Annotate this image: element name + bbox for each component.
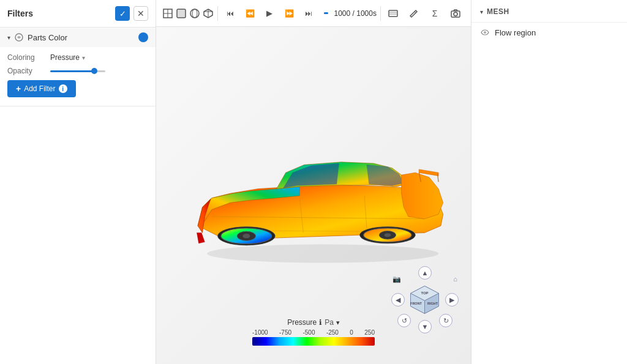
pen-icon	[408, 8, 419, 19]
parts-color-header[interactable]: ▾ Parts Color	[0, 28, 156, 47]
nav-up-button[interactable]: ▲	[418, 266, 432, 280]
add-filter-button[interactable]: + Add Filter i	[7, 80, 76, 97]
svg-point-15	[454, 12, 457, 16]
mesh-panel: ▾ MESH Flow region	[471, 0, 627, 364]
confirm-filters-button[interactable]: ✓	[115, 6, 130, 21]
prev-icon: ⏪	[246, 9, 255, 18]
coloring-row: Coloring Pressure ▾	[7, 53, 148, 62]
playback-controls: ⏮ ⏪ ▶ ⏩ ⏭	[221, 4, 318, 23]
orientation-widget: ▲ ▼ ◀ ▶ ↺ ↻ TOP RIGHT FRONT 📷 ⌂	[391, 266, 459, 333]
parts-color-section: ▾ Parts Color Coloring Pressure ▾ Opacit…	[0, 28, 156, 106]
toolbar: ⏮ ⏪ ▶ ⏩ ⏭ 1000 / 1000s	[156, 0, 471, 27]
close-filters-button[interactable]: ✕	[133, 6, 148, 21]
nav-down-button[interactable]: ▼	[418, 320, 432, 333]
tick-250-pos: 250	[364, 329, 375, 336]
3d-button[interactable]	[203, 4, 214, 23]
flow-region-item[interactable]: Flow region	[471, 23, 627, 42]
tick-250: -250	[326, 329, 339, 336]
palette-button[interactable]	[384, 4, 402, 23]
pressure-unit: Pa	[325, 318, 334, 327]
svg-point-23	[242, 233, 250, 238]
tick-500: -500	[302, 329, 315, 336]
info-icon: i	[59, 84, 67, 93]
play-button[interactable]: ▶	[260, 4, 279, 23]
skip-start-button[interactable]: ⏮	[221, 4, 239, 23]
play-icon: ▶	[266, 9, 272, 18]
tick-1000: -1000	[252, 329, 268, 336]
opacity-row: Opacity	[7, 67, 148, 75]
next-icon: ⏩	[285, 9, 294, 18]
time-slider[interactable]	[324, 12, 328, 14]
toolbar-right-icons: Σ	[384, 4, 465, 23]
sphere-button[interactable]	[189, 4, 200, 23]
parts-color-label: Parts Color	[28, 33, 67, 42]
sigma-icon: Σ	[432, 9, 438, 18]
skip-start-icon: ⏮	[227, 9, 234, 18]
svg-point-6	[192, 9, 197, 18]
filters-header: Filters ✓ ✕	[0, 0, 156, 28]
parts-color-toggle[interactable]	[138, 32, 148, 42]
sigma-button[interactable]: Σ	[426, 4, 444, 23]
svg-point-27	[385, 233, 391, 237]
unit-dropdown[interactable]: ▾	[336, 319, 340, 327]
svg-point-30	[207, 244, 438, 262]
surface-view-button[interactable]	[176, 4, 187, 23]
svg-rect-4	[177, 9, 186, 18]
next-frame-button[interactable]: ⏩	[280, 4, 298, 23]
close-icon: ✕	[137, 9, 145, 18]
tick-750: -750	[279, 329, 291, 336]
svg-point-5	[190, 9, 199, 18]
chevron-down-icon: ▾	[82, 54, 85, 61]
plus-icon: +	[16, 84, 21, 94]
check-icon: ✓	[119, 9, 126, 18]
coloring-label: Coloring	[7, 53, 50, 62]
viewport[interactable]: Pressure ℹ Pa ▾ -1000 -750 -500 -250 0 2…	[156, 27, 471, 364]
tick-0: 0	[350, 329, 353, 336]
filters-title: Filters	[7, 9, 33, 18]
opacity-slider-container	[50, 70, 148, 72]
time-label: 1000 / 1000s	[334, 9, 377, 18]
filters-header-actions: ✓ ✕	[115, 6, 148, 21]
mesh-header: ▾ MESH	[471, 0, 627, 23]
camera-mode-icon: 📷	[392, 275, 401, 283]
color-bar-label: Pressure ℹ Pa ▾	[287, 318, 340, 327]
color-bar-ticks: -1000 -750 -500 -250 0 250	[252, 329, 375, 336]
skip-end-button[interactable]: ⏭	[299, 4, 318, 23]
screenshot-button[interactable]	[446, 4, 465, 23]
time-slider-fill	[324, 12, 328, 14]
mesh-icon	[162, 8, 173, 19]
svg-text:RIGHT: RIGHT	[427, 302, 438, 305]
chevron-down-icon: ▾	[7, 34, 10, 41]
parts-color-body: Coloring Pressure ▾ Opacity + Add Filter…	[0, 47, 156, 106]
pressure-label: Pressure	[287, 318, 317, 327]
surface-icon	[176, 8, 187, 19]
parts-color-icon	[14, 32, 24, 42]
annotation-button[interactable]	[405, 4, 423, 23]
prev-frame-button[interactable]: ⏪	[241, 4, 259, 23]
3d-cube-icon	[203, 8, 214, 19]
nav-left-button[interactable]: ◀	[391, 293, 405, 306]
svg-rect-10	[389, 10, 397, 17]
home-icon[interactable]: ⌂	[453, 275, 457, 283]
opacity-label: Opacity	[7, 67, 50, 75]
svg-text:FRONT: FRONT	[410, 302, 422, 305]
sphere-icon	[189, 8, 200, 19]
mesh-view-button[interactable]	[162, 4, 173, 23]
palette-icon	[388, 8, 399, 19]
orientation-cube-svg: TOP RIGHT FRONT	[408, 283, 442, 317]
info-icon[interactable]: ℹ	[319, 318, 322, 327]
color-bar	[252, 337, 375, 346]
color-bar-container: Pressure ℹ Pa ▾ -1000 -750 -500 -250 0 2…	[252, 318, 375, 346]
camera-icon	[450, 8, 461, 19]
add-filter-label: Add Filter	[24, 84, 55, 93]
filters-panel: Filters ✓ ✕ ▾ Parts Color Color	[0, 0, 156, 364]
flow-region-label: Flow region	[495, 28, 536, 37]
nav-right-button[interactable]: ▶	[445, 293, 459, 306]
svg-text:TOP: TOP	[421, 291, 428, 295]
mesh-title: MESH	[487, 7, 509, 16]
flow-region-icon	[480, 28, 490, 37]
opacity-slider[interactable]	[50, 70, 105, 72]
coloring-dropdown[interactable]: Pressure ▾	[50, 53, 85, 62]
svg-line-13	[415, 12, 416, 13]
color-bar-wrapper: -1000 -750 -500 -250 0 250	[252, 329, 375, 346]
